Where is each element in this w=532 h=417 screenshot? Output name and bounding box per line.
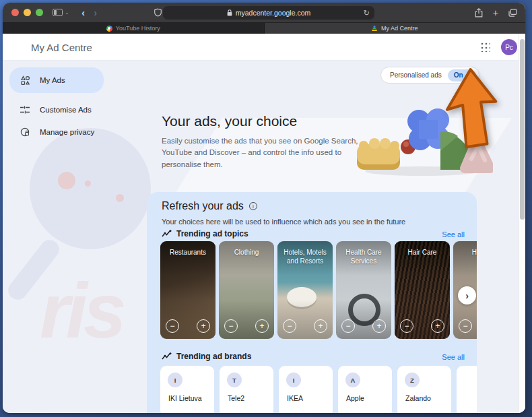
add-topic-icon[interactable]: + [372,319,386,333]
trending-icon [162,352,172,360]
add-topic-icon[interactable]: + [431,319,444,333]
my-ads-icon [20,75,30,86]
screenshot-frame: ⌄ ‹ › G myadcenter.google.com ↻ + [0,0,532,417]
remove-topic-icon[interactable]: − [224,319,238,333]
tab-my-ad-centre[interactable]: My Ad Centre [265,23,526,34]
brand-card-tele2[interactable]: T Tele2 [220,366,273,413]
topics-see-all-link[interactable]: See all [442,230,465,238]
privacy-lock-icon [20,127,30,137]
browser-window: ⌄ ‹ › G myadcenter.google.com ↻ + [3,3,525,413]
topic-card-restaurants[interactable]: Restaurants − + [160,241,215,339]
back-button[interactable]: ‹ [77,8,90,18]
address-bar[interactable]: myadcenter.google.com ↻ [163,6,374,20]
brands-header: Trending ad brands [176,352,251,361]
watermark-dot [116,194,124,202]
scrollbar-thumb[interactable] [520,39,525,220]
tab-youtube-history[interactable]: YouTube History [3,23,265,34]
sidebar-item-customise-ads[interactable]: Customise Ads [9,100,104,120]
sidebar-item-label: Manage privacy [40,128,94,136]
lock-icon [227,9,232,16]
remove-topic-icon[interactable]: − [400,319,413,333]
brand-initial-badge: I [286,373,301,387]
sidebar-toggle-icon[interactable] [53,9,63,16]
brand-card-partial[interactable] [457,366,477,413]
page-title: My Ad Centre [31,42,92,53]
traffic-lights [11,9,43,16]
google-favicon-icon [106,26,112,32]
topic-card-hair-care[interactable]: Hair Care − + [395,241,450,339]
tune-sliders-icon [20,105,30,115]
avatar[interactable]: Pc [501,39,517,55]
add-topic-icon[interactable]: + [255,319,269,333]
minimize-button[interactable] [24,9,31,16]
browser-toolbar: ⌄ ‹ › G myadcenter.google.com ↻ + [3,3,525,22]
url-text: myadcenter.google.com [236,9,310,17]
watermark-magnifier [30,128,151,249]
vertical-scrollbar[interactable] [519,34,525,413]
brand-card-apple[interactable]: A Apple [338,366,392,413]
carousel-next-button[interactable]: › [458,286,476,304]
brand-initial-badge: A [345,373,360,387]
brand-card-ikea[interactable]: I IKEA [279,366,333,413]
tab-label: My Ad Centre [381,25,418,32]
sidebar-item-manage-privacy[interactable]: Manage privacy [9,122,104,142]
brands-see-all-link[interactable]: See all [442,353,465,361]
add-topic-icon[interactable]: + [197,319,210,333]
info-icon[interactable]: i [249,202,257,210]
refresh-your-ads-card: Refresh your ads i Your choices here wil… [147,192,477,413]
trending-brands-carousel: I IKI Lietuva T Tele2 I IKEA A Apple [160,366,477,413]
card-subtitle: Your choices here will be used to influe… [162,218,405,226]
hero-title: Your ads, your choice [162,113,297,129]
forward-button[interactable]: › [90,8,102,18]
brand-initial-badge: I [168,373,182,387]
topic-card-clothing[interactable]: Clothing − + [219,241,274,339]
page-content: ris My Ad Centre Pc My Ads [3,34,525,413]
sidebar-item-label: Customise Ads [40,106,92,114]
watermark-dot [58,172,75,189]
brand-initial-badge: Z [405,373,420,387]
google-apps-grid-icon[interactable] [481,42,490,52]
add-topic-icon[interactable]: + [314,319,327,333]
my-ad-centre-favicon-icon [372,26,378,32]
card-title: Refresh your ads [162,200,244,212]
topic-card-health-care[interactable]: Health Care Services − + [336,241,391,339]
tab-bar: YouTube History My Ad Centre [3,22,525,34]
chevron-down-icon[interactable]: ⌄ [65,9,69,15]
privacy-shield-icon[interactable] [154,8,162,17]
tab-overview-icon[interactable] [508,9,517,17]
remove-topic-icon[interactable]: − [459,319,472,333]
remove-topic-icon[interactable]: − [341,319,355,333]
watermark-text: ris [40,266,123,355]
share-icon[interactable] [475,8,483,18]
brand-card-iki-lietuva[interactable]: I IKI Lietuva [160,366,214,413]
reload-icon[interactable]: ↻ [364,9,370,18]
remove-topic-icon[interactable]: − [166,319,179,333]
brand-initial-badge: T [227,373,242,387]
zoom-button[interactable] [36,9,43,16]
yellow-cylinder [357,138,400,170]
remove-topic-icon[interactable]: − [283,319,296,333]
topic-card-hotels[interactable]: Hotels, Motels and Resorts − + [277,241,333,339]
cursor-arrow-icon [436,66,510,157]
close-button[interactable] [11,9,19,16]
watermark-dot [85,181,91,187]
trending-topics-carousel: Restaurants − + Clothing − + Hotels, Mot… [160,241,477,339]
sidebar-item-label: My Ads [40,76,65,84]
hero-description: Easily customise the ads that you see on… [162,135,365,170]
brand-card-zalando[interactable]: Z Zalando [397,366,451,413]
trending-icon [162,230,172,238]
tab-label: YouTube History [116,25,160,32]
personalised-ads-label: Personalised ads [390,71,442,79]
sidebar-item-my-ads[interactable]: My Ads [9,67,104,93]
topics-header: Trending ad topics [176,229,248,238]
new-tab-icon[interactable]: + [493,8,498,18]
